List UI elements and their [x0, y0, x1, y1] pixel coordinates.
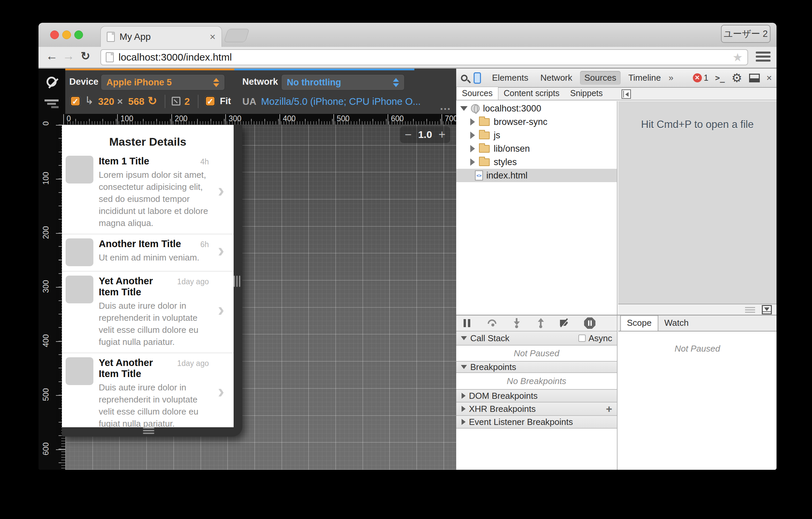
back-icon[interactable] [46, 49, 58, 63]
pause-script-icon[interactable] [464, 318, 474, 328]
emulate-resolution-checkbox[interactable] [70, 96, 80, 106]
emulation-toolbar: Device Apple iPhone 5 320 × 568 2 Fit Ne… [65, 69, 456, 114]
list-item[interactable]: Yet Another Item Title 1day ago Duis aut… [62, 272, 234, 353]
browser-menu-icon[interactable] [756, 52, 771, 62]
times-symbol: × [117, 96, 123, 107]
device-height-value[interactable]: 568 [128, 96, 144, 107]
forward-icon[interactable] [63, 49, 75, 63]
close-window-button[interactable] [50, 30, 59, 39]
dock-side-icon[interactable] [749, 74, 760, 82]
tab-watch[interactable]: Watch [658, 316, 695, 331]
list-item[interactable]: Item 1 Title 4h Lorem ipsum dolor sit am… [62, 152, 234, 235]
network-throttling-select[interactable]: No throttling [281, 74, 405, 90]
pause-on-exceptions-icon[interactable] [584, 318, 596, 329]
add-xhr-breakpoint-button[interactable]: + [606, 403, 612, 415]
devtools-close-icon[interactable]: × [766, 73, 772, 83]
tab-overflow-icon[interactable]: » [668, 73, 673, 83]
collapsed-arrow-icon[interactable] [470, 132, 475, 139]
tab-scope[interactable]: Scope [620, 315, 658, 331]
dropdown-box-icon[interactable] [762, 305, 772, 315]
search-icon[interactable] [461, 75, 468, 81]
tab-close-icon[interactable]: × [209, 31, 215, 43]
step-over-icon[interactable] [488, 318, 498, 328]
scope-watch-panel: Scope Watch Not Paused [618, 316, 777, 470]
devtools-panel: Elements Network Sources Timeline » 1 × [456, 69, 777, 470]
bookmark-star-icon[interactable] [733, 51, 743, 64]
collapse-navigator-icon[interactable] [621, 89, 631, 99]
step-into-icon[interactable] [512, 318, 522, 328]
event-listener-breakpoints-header[interactable]: Event Listener Breakpoints [456, 416, 617, 429]
fullscreen-window-button[interactable] [74, 30, 83, 39]
device-select[interactable]: Apple iPhone 5 [101, 74, 225, 90]
error-badge[interactable]: 1 [693, 73, 708, 83]
async-checkbox[interactable] [578, 334, 586, 342]
v-ruler-label: 0 [41, 117, 51, 130]
expanded-arrow-icon [461, 365, 467, 369]
xhr-breakpoints-header[interactable]: XHR Breakpoints + [456, 403, 617, 416]
tab-elements[interactable]: Elements [488, 71, 532, 85]
tree-folder-styles[interactable]: styles [456, 155, 617, 169]
media-queries-icon[interactable] [45, 100, 60, 109]
list-item[interactable]: Another Item Title 6h Ut enim ad minim v… [62, 235, 234, 272]
domain-globe-icon [471, 104, 480, 113]
resize-handle-right[interactable] [234, 276, 240, 287]
breakpoints-header[interactable]: Breakpoints [456, 362, 617, 373]
collapsed-arrow-icon[interactable] [470, 145, 475, 152]
tab-network[interactable]: Network [536, 71, 576, 85]
ua-value[interactable]: Mozilla/5.0 (iPhone; CPU iPhone O... [261, 96, 421, 107]
item-time: 1day ago [177, 359, 209, 368]
tree-root-localhost[interactable]: localhost:3000 [456, 102, 617, 115]
v-ruler-label: 100 [41, 172, 51, 185]
swap-dimensions-icon[interactable] [85, 94, 94, 107]
collapsed-arrow-icon[interactable] [470, 118, 475, 126]
call-stack-header[interactable]: Call Stack Async [456, 331, 617, 346]
chevron-right-icon [218, 179, 224, 201]
tree-folder-browser-sync[interactable]: browser-sync [456, 115, 617, 129]
format-lines-icon[interactable] [745, 307, 755, 314]
event-listener-breakpoints-label: Event Listener Breakpoints [469, 417, 573, 427]
url-text[interactable]: localhost:3000/index.html [118, 52, 728, 63]
list-item[interactable]: Yet Another Item Title 1day ago Duis aut… [62, 353, 234, 427]
fit-label: Fit [220, 96, 231, 107]
zoom-out-button[interactable]: − [405, 128, 412, 142]
reload-icon[interactable] [81, 49, 90, 63]
deactivate-breakpoints-icon[interactable] [560, 318, 570, 328]
gear-icon[interactable] [731, 71, 742, 85]
new-tab-button[interactable] [224, 29, 250, 42]
panel-horizontal-splitter[interactable] [456, 315, 777, 316]
fit-checkbox[interactable] [205, 96, 215, 106]
dom-breakpoints-header[interactable]: DOM Breakpoints [456, 390, 617, 403]
resize-handle-bottom[interactable] [143, 427, 154, 435]
more-options-icon[interactable]: … [439, 100, 452, 112]
editor-pane[interactable]: Hit Cmd+P to open a file [618, 101, 777, 304]
devtools-area: 0 100 200 300 400 500 600 Device Apple i… [38, 69, 777, 470]
profile-badge[interactable]: ユーザー 2 [721, 25, 771, 43]
zoom-in-button[interactable]: + [438, 128, 445, 142]
subtab-sources[interactable]: Sources [456, 87, 498, 100]
tab-timeline[interactable]: Timeline [624, 71, 665, 85]
url-bar[interactable]: localhost:3000/index.html [100, 49, 748, 65]
browser-window: My App × ユーザー 2 localhost:3000/index.htm… [38, 23, 777, 470]
device-pixel-ratio-value[interactable]: 2 [184, 96, 190, 107]
browser-tab[interactable]: My App × [100, 26, 222, 47]
subtab-snippets[interactable]: Snippets [564, 87, 608, 100]
disable-emulation-icon[interactable] [47, 77, 57, 87]
item-thumbnail [66, 238, 93, 266]
subtab-content-scripts[interactable]: Content scripts [498, 87, 565, 100]
select-arrows-icon [393, 78, 399, 87]
tree-folder-js[interactable]: js [456, 129, 617, 142]
console-drawer-icon[interactable] [715, 73, 725, 83]
collapsed-arrow-icon[interactable] [470, 158, 475, 166]
minimize-window-button[interactable] [62, 30, 71, 39]
device-width-value[interactable]: 320 [98, 96, 114, 107]
device-mode-icon[interactable] [474, 72, 481, 84]
expanded-arrow-icon[interactable] [460, 106, 468, 111]
refresh-icon[interactable] [148, 94, 157, 108]
tab-sources[interactable]: Sources [580, 71, 620, 85]
device-screen: Master Details Item 1 Title 4h Lorem ips… [62, 125, 234, 427]
tree-folder-lib-onsen[interactable]: lib/onsen [456, 142, 617, 155]
folder-icon [479, 118, 490, 126]
tree-file-index-html[interactable]: index.html [456, 169, 617, 182]
expanded-arrow-icon [461, 336, 467, 340]
step-out-icon[interactable] [536, 318, 546, 328]
